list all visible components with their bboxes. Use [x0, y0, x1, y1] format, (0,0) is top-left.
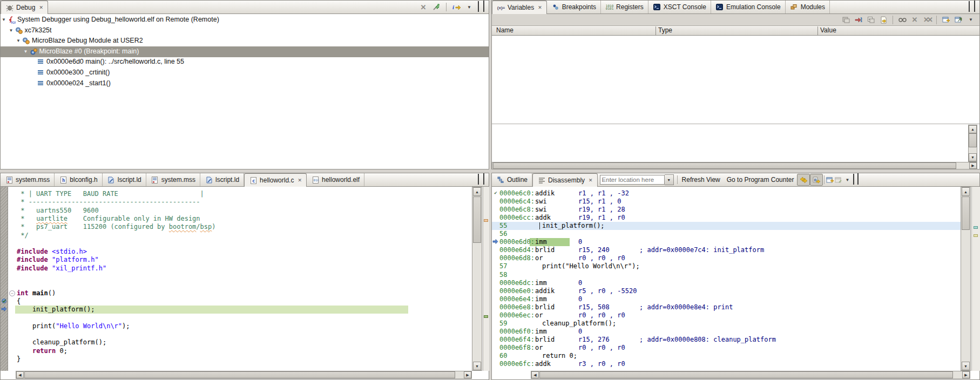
code-line[interactable]: */	[17, 232, 29, 240]
disassembly-instruction-row[interactable]: 0000e6fc:addkr3 , r0 , r0	[492, 360, 969, 368]
refresh-view-button[interactable]: Refresh View	[679, 176, 724, 184]
code-line[interactable]: init_platform();	[17, 306, 95, 314]
tab-helloworld-c[interactable]: c helloworld.c ✕	[244, 173, 307, 187]
tab-disassembly[interactable]: Disassembly ✕	[532, 173, 598, 187]
view-menu-icon[interactable]: ▼	[843, 175, 851, 184]
pc-overview-mark[interactable]	[974, 234, 978, 237]
tab-debug[interactable]: Debug ✕	[1, 1, 48, 14]
expand-toggle-icon[interactable]: ▼	[24, 49, 28, 54]
goto-program-counter-button[interactable]: Go to Program Counter	[724, 176, 797, 184]
tab-breakpoints[interactable]: Breakpoints	[547, 1, 601, 13]
disassembly-instruction-row[interactable]: 0000e6e0:addikr5 , r0 , -5520	[492, 287, 969, 295]
variables-column-header[interactable]: Name Type Value	[492, 26, 979, 36]
code-line[interactable]: int main()	[17, 289, 56, 297]
debug-tree-item[interactable]: 0x0000e6d0 main(): ../src/helloworld.c, …	[1, 57, 489, 67]
tab-outline[interactable]: Outline	[492, 173, 532, 186]
add-variable-icon[interactable]	[854, 16, 863, 24]
disassembly-source-row[interactable]: 55init_platform();	[492, 222, 969, 230]
vertical-sash[interactable]	[489, 0, 491, 380]
remove-all-terminated-icon[interactable]: ✕	[419, 3, 428, 11]
export-variables-icon[interactable]	[879, 16, 888, 24]
variables-detail-pane[interactable]	[492, 124, 979, 161]
detail-vscrollbar[interactable]: ▲ ▼	[968, 125, 977, 162]
debug-tree-item[interactable]: ▼MicroBlaze Debug Module at USER2	[1, 36, 489, 46]
tab-registers[interactable]: 10100101 Registers	[601, 1, 648, 13]
disassembly-source-row[interactable]: 59cleanup_platform();	[492, 320, 969, 328]
code-line[interactable]: #include <stdio.h>	[17, 248, 87, 256]
collapse-all-icon[interactable]	[867, 16, 875, 24]
close-icon[interactable]: ✕	[589, 178, 593, 183]
editor-overview-ruler[interactable]	[483, 187, 489, 371]
remove-icon[interactable]: ✕	[910, 16, 919, 24]
maximize-icon[interactable]	[483, 2, 484, 12]
new-view-icon[interactable]	[942, 16, 950, 24]
tab-blconfig-h[interactable]: h blconfig.h	[55, 173, 102, 186]
view-menu-icon[interactable]: ▼	[465, 3, 474, 11]
pin-view-icon[interactable]	[834, 175, 843, 184]
disassembly-instruction-row[interactable]: 0000e6f0:imm0	[492, 328, 969, 336]
location-input[interactable]	[600, 175, 665, 185]
detail-hscrollbar[interactable]: ▶	[492, 162, 977, 169]
disassembly-instruction-row[interactable]: 0000e6dc:imm0	[492, 279, 969, 287]
disassembly-instruction-row[interactable]: 0000e6d0:imm0	[492, 238, 969, 246]
disassembly-area[interactable]: ✔0000e6c0:addikr1 , r1 , -320000e6c4:swi…	[492, 187, 969, 371]
editor-hscrollbar[interactable]: ◀ ▶	[16, 371, 472, 379]
disassembly-instruction-row[interactable]: 0000e6d8:orr0 , r0 , r0	[492, 254, 969, 262]
tab-lscript-ld-2[interactable]: lscript.ld	[200, 173, 244, 186]
disassembly-source-row[interactable]: 57print("Hello World\n\r");	[492, 262, 969, 270]
disassembly-instruction-row[interactable]: 0000e6c4:swir15, r1 , 0	[492, 198, 969, 206]
variables-table-body[interactable]	[492, 36, 979, 124]
view-menu-icon[interactable]: ▼	[967, 16, 975, 24]
column-name[interactable]: Name	[496, 26, 513, 34]
code-line[interactable]: * ps7_uart 115200 (configured by bootrom…	[17, 223, 216, 231]
source-overview-mark[interactable]	[974, 226, 978, 229]
debug-tree-item[interactable]: 0x0000e300 _crtinit()	[1, 67, 489, 78]
fold-collapse-icon[interactable]: –	[9, 290, 15, 296]
location-dropdown-icon[interactable]: ▼	[665, 174, 674, 185]
code-line[interactable]: #include "xil_printf.h"	[17, 264, 106, 273]
ip-overview-mark[interactable]	[484, 315, 488, 318]
expand-toggle-icon[interactable]: ▼	[2, 17, 6, 22]
disassembly-instruction-row[interactable]: 0000e6cc:addkr19, r1 , r0	[492, 214, 969, 222]
disassembly-overview-ruler[interactable]	[971, 187, 980, 371]
code-line[interactable]: }	[17, 355, 21, 363]
disassembly-instruction-row[interactable]: ✔0000e6c0:addikr1 , r1 , -32	[492, 189, 969, 198]
code-line[interactable]: #include "platform.h"	[17, 256, 99, 264]
debug-tree-item[interactable]: ▼MicroBlaze #0 (Breakpoint: main)	[1, 46, 489, 57]
close-icon[interactable]: ✕	[298, 178, 302, 183]
column-value[interactable]: Value	[820, 26, 836, 34]
tab-modules[interactable]: Modules	[786, 1, 830, 13]
code-line[interactable]: * uartns550 9600	[17, 207, 99, 215]
tab-lscript-ld-1[interactable]: lscript.ld	[103, 173, 146, 186]
horizontal-sash[interactable]	[0, 169, 980, 173]
show-instruction-stepping-icon[interactable]: i	[452, 3, 461, 11]
column-type[interactable]: Type	[658, 26, 672, 34]
expand-toggle-icon[interactable]: ▼	[9, 28, 13, 33]
code-line[interactable]: return 0;	[17, 347, 67, 355]
tab-system-mss-1[interactable]: system.mss	[1, 173, 55, 186]
maximize-icon[interactable]	[857, 175, 859, 185]
debug-tree-item[interactable]: ▼TCFSystem Debugger using Debug_hellowor…	[1, 15, 489, 25]
disconnect-icon[interactable]	[432, 3, 441, 11]
sync-active-context-icon[interactable]: B	[810, 174, 823, 186]
minimize-icon[interactable]	[853, 175, 854, 185]
new-view-icon[interactable]	[826, 175, 834, 184]
track-expression-icon[interactable]	[797, 174, 810, 186]
tab-emulation-console[interactable]: Emulation Console	[711, 1, 786, 13]
code-line[interactable]: print("Hello World\n\r");	[17, 322, 130, 330]
maximize-icon[interactable]	[974, 2, 975, 12]
disassembly-instruction-row[interactable]: 0000e6f4:brlidr15, 276; addr=0x0000e808:…	[492, 336, 969, 344]
debug-tree-item[interactable]: 0x0000e024 _start1()	[1, 78, 489, 89]
code-line[interactable]: * --------------------------------------…	[17, 198, 200, 206]
tab-xsct-console[interactable]: XSCT Console	[648, 1, 711, 13]
code-line[interactable]: * uartlite Configurable only in HW desig…	[17, 215, 200, 223]
watch-expression-icon[interactable]	[898, 16, 907, 24]
disassembly-instruction-row[interactable]: 0000e6c8:swir19, r1 , 28	[492, 206, 969, 214]
spelling-overview-mark[interactable]	[484, 219, 488, 222]
minimize-icon[interactable]	[478, 175, 479, 185]
show-type-names-icon[interactable]	[842, 16, 850, 24]
disassembly-source-row[interactable]: 58	[492, 271, 969, 279]
code-line[interactable]: * | UART TYPE BAUD RATE |	[17, 190, 204, 198]
disassembly-source-row[interactable]: 56	[492, 230, 969, 238]
minimize-icon[interactable]	[478, 2, 479, 12]
